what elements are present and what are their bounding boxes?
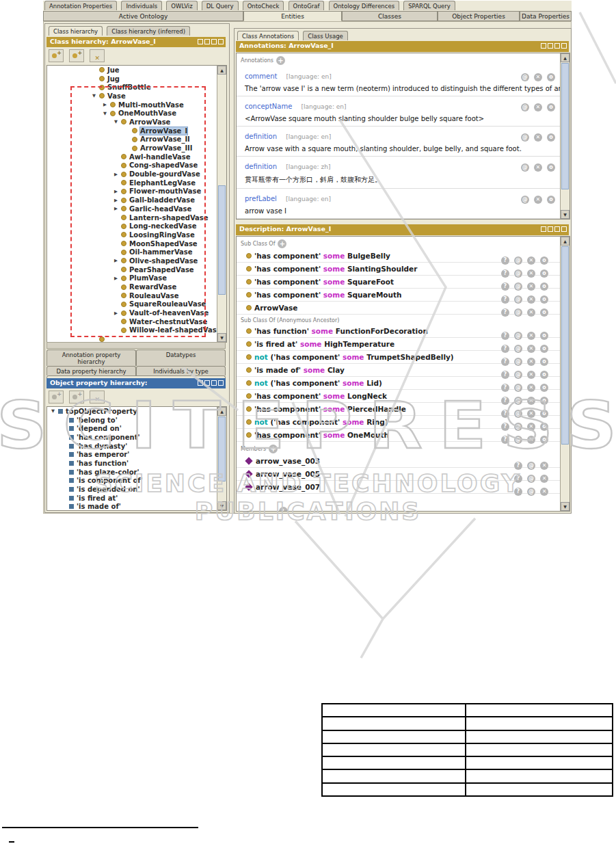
class-tree-item[interactable]: MoonShapedVase bbox=[47, 239, 226, 248]
class-tree-item[interactable]: SquareRouleauVase bbox=[47, 300, 226, 309]
class-tree-label[interactable]: Cong-shapedVase bbox=[129, 161, 198, 169]
annotation-row[interactable]: definition [language: en] Arrow vase wit… bbox=[237, 127, 561, 157]
annotation-action-icon[interactable]: ✕ bbox=[534, 133, 542, 142]
annotation-action-icon[interactable]: @ bbox=[521, 73, 529, 81]
object-property-label[interactable]: 'has glaze-color' bbox=[77, 468, 139, 476]
class-tree-item[interactable]: Gall-bladderVase bbox=[47, 196, 226, 204]
object-property-item[interactable]: 'is depended on' bbox=[47, 485, 226, 494]
axiom-action-icon[interactable]: ? bbox=[501, 308, 509, 317]
delete-class-button[interactable] bbox=[90, 49, 105, 62]
object-property-label[interactable]: 'is made of' bbox=[77, 503, 121, 510]
annotation-action-icon[interactable]: ✕ bbox=[534, 163, 542, 172]
class-tree-label[interactable]: Flower-mouthVase bbox=[129, 187, 201, 195]
scroll-down-icon[interactable]: ▼ bbox=[561, 210, 570, 219]
object-property-label[interactable]: 'is depended on' bbox=[77, 486, 140, 493]
object-property-label[interactable]: 'depend on' bbox=[77, 425, 122, 432]
axiom-row[interactable]: 'has component' some OneMouth bbox=[237, 429, 561, 442]
class-tree-label[interactable]: Vase bbox=[107, 92, 126, 100]
object-property-label[interactable]: 'has component' bbox=[77, 434, 139, 441]
scroll-up-icon[interactable]: ▲ bbox=[561, 237, 570, 246]
expand-arrow-icon[interactable] bbox=[114, 257, 121, 264]
object-property-label[interactable]: 'is component of' bbox=[77, 477, 143, 484]
plugin-tab[interactable]: SPARQL Query bbox=[403, 1, 455, 10]
add-annotation-button[interactable]: + bbox=[276, 56, 285, 65]
scrollbar-thumb[interactable] bbox=[561, 63, 569, 189]
property-tab[interactable]: Data property hierarchy bbox=[46, 366, 136, 375]
class-tree-hscrollbar[interactable] bbox=[46, 342, 226, 349]
object-property-item[interactable]: 'belong to' bbox=[47, 416, 226, 425]
object-property-item[interactable]: 'is component of' bbox=[47, 477, 226, 486]
annotation-action-icon[interactable]: ✕ bbox=[534, 196, 542, 204]
class-hierarchy-tab[interactable]: Class hierarchy (inferred) bbox=[107, 26, 190, 36]
axiom-row[interactable]: 'has component' some LongNeck bbox=[237, 390, 561, 403]
scrollbar-thumb[interactable] bbox=[218, 417, 226, 481]
expand-arrow-icon[interactable] bbox=[114, 310, 121, 317]
expand-arrow-icon[interactable] bbox=[114, 171, 121, 178]
class-tree-item[interactable]: ElephantLegVase bbox=[47, 179, 226, 187]
class-tree-item[interactable]: ArrowVase_II bbox=[47, 135, 226, 144]
object-property-item[interactable]: 'depend on' bbox=[47, 424, 226, 433]
annotation-row[interactable]: prefLabel [language: zh] 贯耳瓶 I @ ✕ o bbox=[237, 219, 561, 220]
axiom-row[interactable]: 'has function' some FunctionForDecoratio… bbox=[237, 325, 561, 338]
axiom-row[interactable]: 'has component' some BulgeBelly bbox=[237, 250, 561, 263]
expand-arrow-icon[interactable] bbox=[103, 101, 110, 108]
main-tab[interactable]: Classes bbox=[342, 11, 438, 21]
class-tree-item[interactable]: Double-gourdVase bbox=[47, 170, 226, 179]
expand-arrow-icon[interactable] bbox=[92, 92, 99, 99]
class-tree-label[interactable]: Garlic-headVase bbox=[129, 205, 191, 213]
class-tree-item[interactable]: Oil-hammerVase bbox=[47, 248, 226, 256]
class-tree-label[interactable]: ElephantLegVase bbox=[129, 179, 196, 187]
axiom-row[interactable]: 'has component' some SlantingShoulder bbox=[237, 263, 561, 276]
annotations-scrollbar[interactable]: ▲ ▼ bbox=[560, 53, 570, 219]
main-tab[interactable]: Object Properties bbox=[438, 11, 520, 21]
annotation-action-icon[interactable]: @ bbox=[521, 163, 529, 172]
main-tab[interactable]: Active Ontology bbox=[43, 11, 243, 21]
class-tree-item[interactable]: PearShapedVase bbox=[47, 265, 226, 274]
object-property-label[interactable]: 'is fired at' bbox=[77, 494, 118, 502]
annotation-action-icon[interactable]: o bbox=[547, 163, 555, 172]
axiom-action-icon[interactable]: @ bbox=[527, 488, 535, 496]
class-tree-label[interactable]: Oil-hammerVase bbox=[129, 248, 193, 256]
plugin-tab[interactable]: OntoGraf bbox=[289, 1, 325, 10]
class-tree-item[interactable]: Garlic-headVase bbox=[47, 204, 226, 213]
expand-arrow-icon[interactable] bbox=[114, 205, 121, 212]
class-tree-item[interactable]: Water-chestnutVase bbox=[47, 317, 226, 326]
class-tree-item[interactable]: Lantern-shapedVase bbox=[47, 213, 226, 222]
axiom-row[interactable]: 'has component' some PiercedHandle bbox=[237, 403, 561, 416]
annotation-action-icon[interactable]: @ bbox=[521, 133, 529, 142]
class-tree-item[interactable]: Jue bbox=[47, 66, 226, 75]
class-tree-label[interactable]: Double-gourdVase bbox=[129, 170, 200, 178]
axiom-action-icon[interactable]: o bbox=[540, 308, 548, 317]
object-property-label[interactable]: 'has function' bbox=[77, 460, 129, 467]
scroll-down-icon[interactable]: ▼ bbox=[217, 501, 226, 510]
class-tree-item[interactable]: Vault-of-heavenVase bbox=[47, 308, 226, 317]
annotation-action-icon[interactable]: o bbox=[547, 73, 555, 81]
object-property-item[interactable]: 'has emperor' bbox=[47, 450, 226, 459]
class-tree-label[interactable]: ArrowVase_II bbox=[140, 135, 190, 143]
axiom-row[interactable]: arrow_vase_005 ? @ ✕ bbox=[237, 468, 561, 481]
axiom-row[interactable]: arrow_vase_007 ? @ ✕ bbox=[237, 481, 561, 494]
scroll-up-icon[interactable]: ▲ bbox=[217, 66, 226, 75]
class-tree-item[interactable]: LoosingRingVase bbox=[47, 230, 226, 239]
scrollbar-thumb[interactable] bbox=[218, 185, 226, 295]
axiom-action-icon[interactable]: ✕ bbox=[540, 488, 548, 496]
property-tab[interactable]: Annotation property hierarchy bbox=[46, 349, 136, 366]
property-tab[interactable]: Datatypes bbox=[136, 349, 226, 366]
class-tree-item[interactable]: Long-neckedVase bbox=[47, 222, 226, 230]
class-tree-label[interactable]: SquareRouleauVase bbox=[129, 300, 206, 308]
object-property-item[interactable]: 'has component' bbox=[47, 433, 226, 442]
axiom-action-icon[interactable]: ? bbox=[514, 488, 522, 496]
add-subclass-button[interactable]: + bbox=[49, 49, 64, 62]
object-property-item[interactable]: 'has glaze-color' bbox=[47, 468, 226, 477]
class-tree-item[interactable]: Flower-mouthVase bbox=[47, 187, 226, 196]
object-property-label[interactable]: 'belong to' bbox=[77, 417, 118, 424]
annotation-action-icon[interactable]: o bbox=[547, 133, 555, 142]
class-tree-label[interactable]: RewardVase bbox=[129, 283, 176, 291]
object-property-item[interactable]: 'has dynasty' bbox=[47, 442, 226, 451]
expand-arrow-icon[interactable] bbox=[114, 197, 121, 204]
plugin-tab[interactable]: OWLViz bbox=[166, 1, 197, 10]
expand-arrow-icon[interactable] bbox=[114, 188, 121, 195]
scroll-down-icon[interactable]: ▼ bbox=[561, 502, 570, 511]
axiom-action-icon[interactable]: ? bbox=[501, 436, 509, 444]
class-tree-item[interactable]: Multi-mouthVase bbox=[47, 101, 226, 109]
